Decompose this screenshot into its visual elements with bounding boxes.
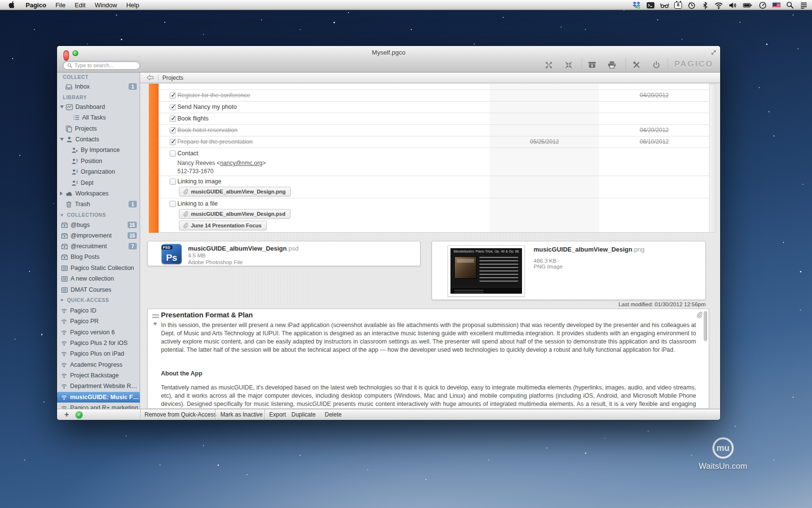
checkbox-unchecked[interactable] bbox=[170, 201, 176, 207]
checkbox-checked[interactable] bbox=[170, 116, 176, 122]
menu-item-app[interactable]: Pagico bbox=[26, 1, 46, 9]
battery-icon[interactable] bbox=[742, 1, 753, 10]
task-row[interactable]: Prepare for the presentation 05/25/2012 … bbox=[159, 136, 709, 148]
note-panel[interactable]: Presentation Format & Plan In this sessi… bbox=[147, 309, 709, 409]
sidebar-item-dmat-courses[interactable]: DMAT Courses bbox=[57, 284, 140, 295]
menu-item-edit[interactable]: Edit bbox=[75, 1, 86, 9]
sidebar-item-blog-posts[interactable]: Blog Posts bbox=[57, 252, 140, 262]
task-row-contact[interactable]: Contact Nancy Reeves <nancy@nmc.org> 512… bbox=[159, 148, 709, 176]
sidebar-item-projects[interactable]: Projects bbox=[57, 123, 140, 134]
time-machine-icon[interactable] bbox=[687, 1, 696, 10]
file-name[interactable]: musicGUIDE_albumView_Design.png bbox=[534, 245, 645, 254]
terminal-icon[interactable] bbox=[646, 1, 655, 10]
sidebar-item-musicguide-selected[interactable]: musicGUIDE: Music For... bbox=[57, 392, 140, 403]
sidebar-item-inbox[interactable]: Inbox 1 bbox=[57, 81, 140, 92]
sidebar-item-dept[interactable]: Dept bbox=[57, 178, 140, 188]
paperclip-icon[interactable] bbox=[696, 312, 703, 320]
task-row[interactable]: Book hotel reservation 04/20/2012 bbox=[159, 124, 709, 136]
checkbox-unchecked[interactable] bbox=[170, 150, 176, 157]
notification-center-icon[interactable] bbox=[799, 1, 808, 10]
sidebar-item-recruitment[interactable]: @recruitment 7 bbox=[57, 241, 140, 252]
disclosure-open-icon[interactable] bbox=[60, 299, 63, 302]
sidebar-item-dashboard[interactable]: Dashboard bbox=[57, 102, 140, 112]
settings-button[interactable] bbox=[628, 59, 645, 71]
sidebar-item-pagico-version-6[interactable]: Pagico version 6 bbox=[57, 327, 140, 338]
gauge-icon[interactable] bbox=[758, 1, 767, 10]
checkbox-unchecked[interactable] bbox=[170, 179, 176, 185]
duplicate-button[interactable]: Duplicate bbox=[291, 411, 316, 418]
sidebar-item-contacts[interactable]: Contacts bbox=[57, 134, 140, 145]
sidebar-item-trash[interactable]: Trash 1 bbox=[57, 199, 140, 209]
zoom-button[interactable] bbox=[72, 50, 78, 56]
glasses-icon[interactable] bbox=[660, 1, 669, 10]
sidebar-item-workspaces[interactable]: Workspaces bbox=[57, 188, 140, 199]
sidebar-item-pagico-plus-ipad[interactable]: Pagico Plus on iPad bbox=[57, 348, 140, 359]
sidebar-item-project-backstage[interactable]: Project Backstage bbox=[57, 370, 140, 381]
sidebar-item-all-tasks[interactable]: All Tasks bbox=[57, 112, 140, 123]
sidebar-item-a-new-collection[interactable]: A new collection bbox=[57, 273, 140, 284]
image-thumbnail[interactable]: Mendelssohn: Piano Trios, Op. 49 & Op. 6… bbox=[448, 245, 525, 297]
sidebar-item-pagico-static-collection[interactable]: Pagico Static Collection bbox=[57, 263, 140, 273]
file-name[interactable]: musicGUIDE_albumView_Design.psd bbox=[188, 244, 299, 253]
menu-item-file[interactable]: File bbox=[56, 1, 66, 9]
checkbox-checked[interactable] bbox=[170, 92, 176, 99]
search-input[interactable] bbox=[74, 62, 132, 68]
sidebar-item-bugs[interactable]: @bugs 15 bbox=[57, 220, 140, 230]
sidebar-item-department-website[interactable]: Department Website Rede... bbox=[57, 381, 140, 391]
apple-menu[interactable] bbox=[9, 1, 15, 9]
sync-status-icon[interactable] bbox=[75, 411, 83, 418]
expand-all-button[interactable] bbox=[540, 59, 557, 71]
calendar-icon[interactable]: 8 bbox=[674, 2, 682, 9]
sidebar-item-organization[interactable]: Organization bbox=[57, 166, 140, 177]
task-row-linking-image[interactable]: Linking to image musicGUIDE_albumView_De… bbox=[159, 176, 709, 198]
back-button[interactable] bbox=[146, 74, 154, 81]
file-card-png[interactable]: Mendelssohn: Piano Trios, Op. 49 & Op. 6… bbox=[432, 241, 706, 300]
checkbox-checked[interactable] bbox=[170, 139, 176, 145]
print-button[interactable] bbox=[604, 59, 620, 71]
menu-item-window[interactable]: Window bbox=[95, 1, 117, 9]
contact-email-link[interactable]: nancy@nmc.org bbox=[220, 160, 262, 166]
disclosure-open-icon[interactable] bbox=[153, 323, 157, 326]
task-row[interactable]: Book flights bbox=[159, 113, 709, 124]
wifi-icon[interactable] bbox=[714, 1, 723, 10]
sidebar-item-academic-progress[interactable]: Academic Progress bbox=[57, 359, 140, 370]
checkbox-checked[interactable] bbox=[170, 127, 176, 134]
attachment-chip[interactable]: June 14 Presentation Focus bbox=[179, 221, 267, 230]
add-button[interactable]: + bbox=[62, 410, 72, 419]
power-button[interactable] bbox=[648, 59, 665, 71]
sidebar-item-pagico-id[interactable]: Pagico ID bbox=[57, 305, 140, 316]
menu-item-help[interactable]: Help bbox=[126, 1, 139, 9]
export-button[interactable]: Export bbox=[269, 411, 286, 418]
collapse-all-button[interactable] bbox=[560, 59, 577, 71]
bluetooth-icon[interactable] bbox=[701, 1, 709, 10]
task-row[interactable]: Register for the conference 04/20/2012 bbox=[159, 90, 709, 101]
spotlight-icon[interactable] bbox=[786, 1, 794, 9]
sidebar-item-by-importance[interactable]: By Importance bbox=[57, 145, 140, 155]
mark-inactive-button[interactable]: Mark as Inactive bbox=[220, 411, 262, 418]
checkbox-checked[interactable] bbox=[170, 104, 176, 110]
task-row[interactable]: Send Nancy my photo bbox=[159, 101, 709, 113]
sidebar-item-pagico-plus-2[interactable]: Pagico Plus 2 for iOS bbox=[57, 338, 140, 348]
disclosure-open-icon[interactable] bbox=[60, 214, 63, 217]
note-scrollbar-thumb[interactable] bbox=[704, 311, 707, 341]
disclosure-open-icon[interactable] bbox=[60, 105, 64, 108]
task-list-scrollbar[interactable] bbox=[709, 84, 716, 233]
keyboard-flag-icon[interactable] bbox=[772, 2, 781, 8]
volume-icon[interactable] bbox=[728, 1, 737, 10]
task-row-linking-file[interactable]: Linking to a file musicGUIDE_albumView_D… bbox=[159, 198, 709, 233]
remove-quick-access-button[interactable]: Remove from Quick-Access bbox=[145, 411, 217, 418]
attachment-chip[interactable]: musicGUIDE_albumView_Design.psd bbox=[179, 209, 290, 219]
note-title[interactable]: Presentation Format & Plan bbox=[161, 311, 253, 319]
breadcrumb[interactable]: Projects bbox=[162, 75, 183, 81]
fullscreen-icon[interactable] bbox=[710, 49, 717, 58]
disclosure-open-icon[interactable] bbox=[60, 138, 64, 141]
close-button[interactable] bbox=[63, 50, 69, 61]
dropbox-icon[interactable] bbox=[632, 1, 641, 10]
disclosure-closed-icon[interactable] bbox=[60, 192, 63, 195]
sidebar-item-improvement[interactable]: @improvement 15 bbox=[57, 230, 140, 241]
sidebar-item-pagico-pr[interactable]: Pagico PR bbox=[57, 316, 140, 327]
sidebar-item-position[interactable]: Position bbox=[57, 156, 140, 166]
drag-handle-icon[interactable] bbox=[152, 314, 159, 315]
file-card-psd[interactable]: PSD Ps musicGUIDE_albumView_Design.psd 4… bbox=[147, 241, 420, 266]
delete-button[interactable]: Delete bbox=[325, 411, 342, 418]
